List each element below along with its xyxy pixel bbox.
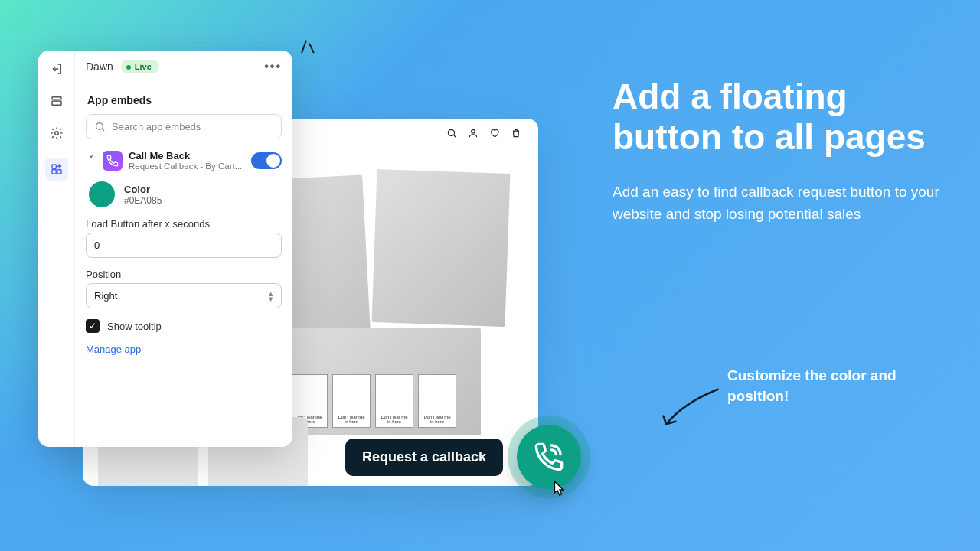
search-input[interactable]: Search app embeds [86, 114, 282, 139]
color-label: Color [124, 184, 162, 195]
svg-point-6 [54, 132, 58, 135]
show-tooltip-label: Show tooltip [107, 321, 162, 332]
section-title: App embeds [75, 83, 292, 114]
select-chevron-icon: ▴▾ [269, 291, 273, 301]
subcopy: Add an easy to find callback request but… [612, 181, 942, 226]
manage-app-link[interactable]: Manage app [86, 344, 282, 355]
chevron-down-icon[interactable]: ˅ [86, 153, 96, 168]
product-box: Don't leaf me in here [332, 374, 371, 428]
svg-point-0 [448, 129, 454, 135]
svg-line-1 [454, 135, 456, 138]
svg-rect-5 [52, 101, 61, 105]
callout: Customize the color and position! [727, 366, 942, 406]
product-box: Don't leaf me in here [418, 374, 456, 428]
embed-toggle[interactable] [251, 152, 282, 169]
position-label: Position [86, 269, 282, 280]
svg-rect-7 [52, 165, 56, 168]
headline: Add a floating button to all pages [612, 77, 942, 158]
editor-rail [38, 51, 75, 447]
svg-rect-9 [52, 170, 56, 174]
position-value: Right [94, 290, 117, 302]
embed-subtitle: Request Callback - By Cart... [129, 161, 245, 171]
embed-name: Call Me Back [129, 150, 245, 161]
bag-icon[interactable] [511, 128, 521, 139]
search-icon[interactable] [446, 128, 457, 139]
product-box: Don't leaf me in here [375, 374, 413, 428]
more-menu-icon[interactable]: ••• [264, 60, 282, 73]
app-icon [103, 151, 122, 171]
exit-icon[interactable] [49, 61, 64, 77]
search-icon [94, 121, 106, 132]
collage-image [372, 169, 511, 327]
sections-icon[interactable] [49, 93, 64, 109]
phone-icon [534, 442, 564, 472]
sparkle-decoration [297, 38, 320, 61]
svg-line-11 [102, 129, 104, 131]
callback-fab[interactable] [517, 425, 581, 489]
svg-rect-4 [52, 97, 61, 99]
live-badge: Live [121, 60, 159, 73]
svg-point-2 [472, 129, 475, 133]
show-tooltip-checkbox[interactable]: ✓ [86, 319, 100, 333]
cursor-pointer-icon [550, 480, 567, 500]
theme-name: Dawn [86, 60, 113, 73]
marketing-copy: Add a floating button to all pages Add a… [612, 77, 942, 272]
position-select[interactable]: Right ▴▾ [86, 283, 282, 308]
search-placeholder: Search app embeds [112, 121, 201, 132]
color-hex: #0EA085 [124, 195, 162, 206]
arrow-annotation [658, 383, 724, 436]
svg-rect-8 [57, 170, 60, 174]
account-icon[interactable] [468, 128, 479, 139]
load-delay-label: Load Button after x seconds [86, 218, 282, 230]
load-delay-input[interactable] [86, 233, 282, 258]
theme-editor-panel: Dawn Live ••• App embeds Search app embe… [38, 51, 292, 447]
callback-tooltip: Request a callback [345, 439, 503, 476]
gear-icon[interactable] [49, 126, 64, 141]
svg-point-10 [96, 123, 103, 130]
color-swatch[interactable] [89, 181, 115, 207]
collage-image: Don't leaf me in here Don't leaf me in h… [282, 328, 481, 435]
app-embeds-icon[interactable] [45, 158, 68, 181]
heart-icon[interactable] [489, 128, 500, 139]
